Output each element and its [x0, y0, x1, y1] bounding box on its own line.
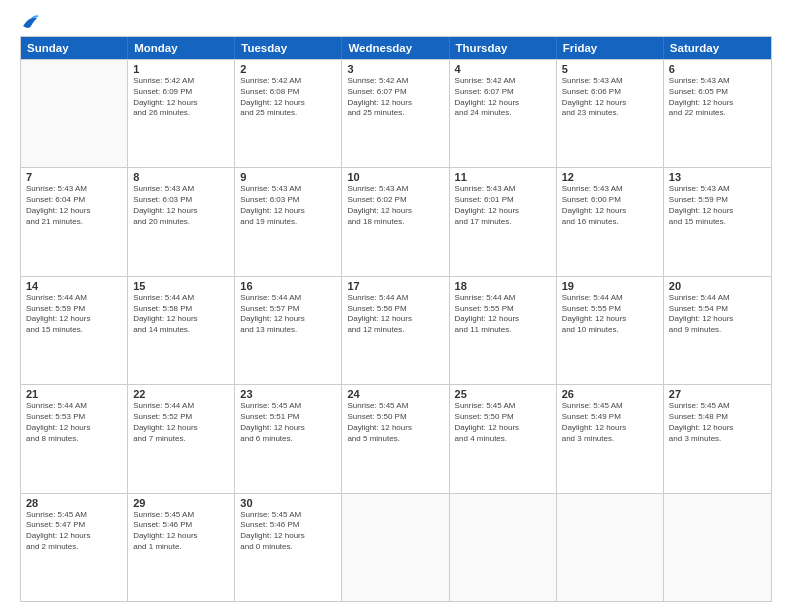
day-number: 11 — [455, 171, 551, 183]
day-number: 6 — [669, 63, 766, 75]
calendar-cell-29: 29Sunrise: 5:45 AM Sunset: 5:46 PM Dayli… — [128, 494, 235, 601]
calendar-cell-25: 25Sunrise: 5:45 AM Sunset: 5:50 PM Dayli… — [450, 385, 557, 492]
calendar-cell-15: 15Sunrise: 5:44 AM Sunset: 5:58 PM Dayli… — [128, 277, 235, 384]
day-info: Sunrise: 5:44 AM Sunset: 5:53 PM Dayligh… — [26, 401, 122, 444]
day-number: 13 — [669, 171, 766, 183]
calendar-cell-6: 6Sunrise: 5:43 AM Sunset: 6:05 PM Daylig… — [664, 60, 771, 167]
calendar-cell-empty-4-4 — [450, 494, 557, 601]
day-info: Sunrise: 5:45 AM Sunset: 5:51 PM Dayligh… — [240, 401, 336, 444]
header-day-saturday: Saturday — [664, 37, 771, 59]
day-info: Sunrise: 5:44 AM Sunset: 5:56 PM Dayligh… — [347, 293, 443, 336]
day-number: 19 — [562, 280, 658, 292]
day-number: 26 — [562, 388, 658, 400]
calendar-cell-empty-4-5 — [557, 494, 664, 601]
calendar-cell-17: 17Sunrise: 5:44 AM Sunset: 5:56 PM Dayli… — [342, 277, 449, 384]
calendar-cell-8: 8Sunrise: 5:43 AM Sunset: 6:03 PM Daylig… — [128, 168, 235, 275]
calendar-row-4: 28Sunrise: 5:45 AM Sunset: 5:47 PM Dayli… — [21, 493, 771, 601]
day-info: Sunrise: 5:44 AM Sunset: 5:59 PM Dayligh… — [26, 293, 122, 336]
day-info: Sunrise: 5:45 AM Sunset: 5:46 PM Dayligh… — [133, 510, 229, 553]
day-info: Sunrise: 5:43 AM Sunset: 6:06 PM Dayligh… — [562, 76, 658, 119]
header-day-thursday: Thursday — [450, 37, 557, 59]
day-number: 23 — [240, 388, 336, 400]
day-info: Sunrise: 5:45 AM Sunset: 5:50 PM Dayligh… — [347, 401, 443, 444]
day-number: 29 — [133, 497, 229, 509]
day-info: Sunrise: 5:42 AM Sunset: 6:07 PM Dayligh… — [455, 76, 551, 119]
logo-bird-icon — [21, 12, 39, 34]
calendar-cell-16: 16Sunrise: 5:44 AM Sunset: 5:57 PM Dayli… — [235, 277, 342, 384]
calendar-cell-7: 7Sunrise: 5:43 AM Sunset: 6:04 PM Daylig… — [21, 168, 128, 275]
day-info: Sunrise: 5:44 AM Sunset: 5:55 PM Dayligh… — [562, 293, 658, 336]
day-info: Sunrise: 5:42 AM Sunset: 6:07 PM Dayligh… — [347, 76, 443, 119]
calendar-row-2: 14Sunrise: 5:44 AM Sunset: 5:59 PM Dayli… — [21, 276, 771, 384]
day-info: Sunrise: 5:44 AM Sunset: 5:54 PM Dayligh… — [669, 293, 766, 336]
calendar-cell-13: 13Sunrise: 5:43 AM Sunset: 5:59 PM Dayli… — [664, 168, 771, 275]
calendar-body: 1Sunrise: 5:42 AM Sunset: 6:09 PM Daylig… — [21, 59, 771, 601]
day-number: 21 — [26, 388, 122, 400]
calendar-cell-14: 14Sunrise: 5:44 AM Sunset: 5:59 PM Dayli… — [21, 277, 128, 384]
header-day-friday: Friday — [557, 37, 664, 59]
day-number: 20 — [669, 280, 766, 292]
calendar-cell-2: 2Sunrise: 5:42 AM Sunset: 6:08 PM Daylig… — [235, 60, 342, 167]
day-info: Sunrise: 5:44 AM Sunset: 5:58 PM Dayligh… — [133, 293, 229, 336]
calendar-cell-1: 1Sunrise: 5:42 AM Sunset: 6:09 PM Daylig… — [128, 60, 235, 167]
day-info: Sunrise: 5:43 AM Sunset: 6:04 PM Dayligh… — [26, 184, 122, 227]
day-info: Sunrise: 5:45 AM Sunset: 5:46 PM Dayligh… — [240, 510, 336, 553]
calendar-cell-11: 11Sunrise: 5:43 AM Sunset: 6:01 PM Dayli… — [450, 168, 557, 275]
calendar-cell-4: 4Sunrise: 5:42 AM Sunset: 6:07 PM Daylig… — [450, 60, 557, 167]
day-number: 16 — [240, 280, 336, 292]
day-number: 7 — [26, 171, 122, 183]
day-info: Sunrise: 5:43 AM Sunset: 6:03 PM Dayligh… — [133, 184, 229, 227]
calendar-cell-9: 9Sunrise: 5:43 AM Sunset: 6:03 PM Daylig… — [235, 168, 342, 275]
day-info: Sunrise: 5:45 AM Sunset: 5:49 PM Dayligh… — [562, 401, 658, 444]
calendar-cell-28: 28Sunrise: 5:45 AM Sunset: 5:47 PM Dayli… — [21, 494, 128, 601]
page: SundayMondayTuesdayWednesdayThursdayFrid… — [0, 0, 792, 612]
day-info: Sunrise: 5:44 AM Sunset: 5:57 PM Dayligh… — [240, 293, 336, 336]
calendar-cell-3: 3Sunrise: 5:42 AM Sunset: 6:07 PM Daylig… — [342, 60, 449, 167]
day-number: 4 — [455, 63, 551, 75]
day-number: 18 — [455, 280, 551, 292]
calendar-cell-5: 5Sunrise: 5:43 AM Sunset: 6:06 PM Daylig… — [557, 60, 664, 167]
calendar-cell-10: 10Sunrise: 5:43 AM Sunset: 6:02 PM Dayli… — [342, 168, 449, 275]
day-info: Sunrise: 5:44 AM Sunset: 5:52 PM Dayligh… — [133, 401, 229, 444]
calendar-cell-24: 24Sunrise: 5:45 AM Sunset: 5:50 PM Dayli… — [342, 385, 449, 492]
calendar-cell-empty-4-3 — [342, 494, 449, 601]
day-info: Sunrise: 5:43 AM Sunset: 6:02 PM Dayligh… — [347, 184, 443, 227]
day-info: Sunrise: 5:43 AM Sunset: 6:03 PM Dayligh… — [240, 184, 336, 227]
day-number: 22 — [133, 388, 229, 400]
day-number: 2 — [240, 63, 336, 75]
day-number: 9 — [240, 171, 336, 183]
calendar-cell-22: 22Sunrise: 5:44 AM Sunset: 5:52 PM Dayli… — [128, 385, 235, 492]
calendar-cell-20: 20Sunrise: 5:44 AM Sunset: 5:54 PM Dayli… — [664, 277, 771, 384]
calendar-cell-empty-0-0 — [21, 60, 128, 167]
day-number: 30 — [240, 497, 336, 509]
day-number: 1 — [133, 63, 229, 75]
header-day-tuesday: Tuesday — [235, 37, 342, 59]
calendar-cell-23: 23Sunrise: 5:45 AM Sunset: 5:51 PM Dayli… — [235, 385, 342, 492]
calendar-row-3: 21Sunrise: 5:44 AM Sunset: 5:53 PM Dayli… — [21, 384, 771, 492]
day-number: 15 — [133, 280, 229, 292]
day-number: 3 — [347, 63, 443, 75]
day-info: Sunrise: 5:43 AM Sunset: 5:59 PM Dayligh… — [669, 184, 766, 227]
day-info: Sunrise: 5:43 AM Sunset: 6:05 PM Dayligh… — [669, 76, 766, 119]
day-info: Sunrise: 5:44 AM Sunset: 5:55 PM Dayligh… — [455, 293, 551, 336]
calendar-header: SundayMondayTuesdayWednesdayThursdayFrid… — [21, 37, 771, 59]
logo — [20, 16, 39, 30]
day-number: 17 — [347, 280, 443, 292]
day-info: Sunrise: 5:43 AM Sunset: 6:01 PM Dayligh… — [455, 184, 551, 227]
day-info: Sunrise: 5:42 AM Sunset: 6:09 PM Dayligh… — [133, 76, 229, 119]
day-number: 12 — [562, 171, 658, 183]
day-number: 8 — [133, 171, 229, 183]
day-number: 10 — [347, 171, 443, 183]
calendar-cell-empty-4-6 — [664, 494, 771, 601]
day-number: 5 — [562, 63, 658, 75]
calendar-row-1: 7Sunrise: 5:43 AM Sunset: 6:04 PM Daylig… — [21, 167, 771, 275]
day-number: 27 — [669, 388, 766, 400]
calendar-cell-18: 18Sunrise: 5:44 AM Sunset: 5:55 PM Dayli… — [450, 277, 557, 384]
calendar-cell-19: 19Sunrise: 5:44 AM Sunset: 5:55 PM Dayli… — [557, 277, 664, 384]
header-day-wednesday: Wednesday — [342, 37, 449, 59]
calendar-cell-27: 27Sunrise: 5:45 AM Sunset: 5:48 PM Dayli… — [664, 385, 771, 492]
day-info: Sunrise: 5:45 AM Sunset: 5:48 PM Dayligh… — [669, 401, 766, 444]
day-info: Sunrise: 5:45 AM Sunset: 5:50 PM Dayligh… — [455, 401, 551, 444]
day-number: 14 — [26, 280, 122, 292]
calendar-cell-12: 12Sunrise: 5:43 AM Sunset: 6:00 PM Dayli… — [557, 168, 664, 275]
